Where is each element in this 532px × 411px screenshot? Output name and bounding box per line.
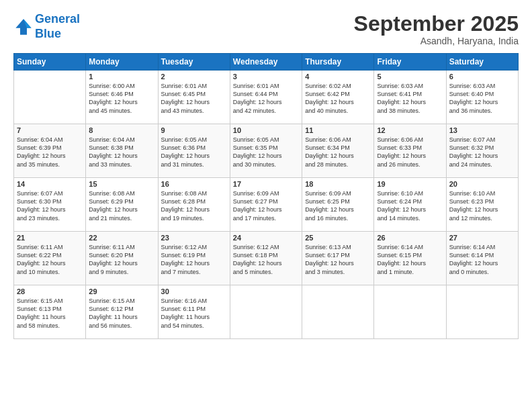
day-cell: 12Sunrise: 6:06 AMSunset: 6:33 PMDayligh… (374, 124, 446, 178)
day-number: 28 (17, 287, 83, 295)
day-info: Sunrise: 6:03 AMSunset: 6:40 PMDaylight:… (449, 82, 515, 115)
day-cell: 13Sunrise: 6:07 AMSunset: 6:32 PMDayligh… (446, 124, 518, 178)
logo-text: General Blue (35, 12, 80, 41)
day-info: Sunrise: 6:08 AMSunset: 6:28 PMDaylight:… (161, 189, 227, 222)
day-info: Sunrise: 6:14 AMSunset: 6:15 PMDaylight:… (377, 243, 443, 276)
day-number: 8 (89, 126, 154, 134)
header: General Blue September 2025 Asandh, Hary… (13, 12, 519, 46)
day-number: 17 (233, 180, 299, 188)
day-number: 25 (305, 234, 371, 242)
day-cell: 7Sunrise: 6:04 AMSunset: 6:39 PMDaylight… (14, 124, 86, 178)
day-cell (14, 71, 86, 124)
day-number: 18 (305, 180, 371, 188)
day-info: Sunrise: 6:07 AMSunset: 6:32 PMDaylight:… (449, 136, 515, 169)
month-title: September 2025 (354, 12, 519, 36)
day-info: Sunrise: 6:06 AMSunset: 6:34 PMDaylight:… (305, 136, 371, 169)
day-cell (446, 285, 518, 339)
day-info: Sunrise: 6:10 AMSunset: 6:24 PMDaylight:… (377, 189, 443, 222)
day-info: Sunrise: 6:09 AMSunset: 6:25 PMDaylight:… (305, 189, 371, 222)
week-row-3: 21Sunrise: 6:11 AMSunset: 6:22 PMDayligh… (14, 232, 519, 285)
day-number: 19 (377, 180, 443, 188)
week-row-2: 14Sunrise: 6:07 AMSunset: 6:30 PMDayligh… (14, 178, 519, 232)
day-number: 6 (449, 73, 515, 81)
day-cell: 23Sunrise: 6:12 AMSunset: 6:19 PMDayligh… (158, 232, 230, 285)
day-cell: 17Sunrise: 6:09 AMSunset: 6:27 PMDayligh… (230, 178, 302, 232)
day-number: 20 (449, 180, 515, 188)
day-info: Sunrise: 6:02 AMSunset: 6:42 PMDaylight:… (305, 82, 371, 115)
day-cell: 11Sunrise: 6:06 AMSunset: 6:34 PMDayligh… (302, 124, 374, 178)
day-info: Sunrise: 6:15 AMSunset: 6:12 PMDaylight:… (89, 297, 154, 330)
day-number: 26 (377, 234, 443, 242)
day-info: Sunrise: 6:12 AMSunset: 6:18 PMDaylight:… (233, 243, 299, 276)
day-number: 15 (89, 180, 154, 188)
day-number: 2 (161, 73, 227, 81)
day-cell: 1Sunrise: 6:00 AMSunset: 6:46 PMDaylight… (86, 71, 158, 124)
day-info: Sunrise: 6:03 AMSunset: 6:41 PMDaylight:… (377, 82, 443, 115)
week-row-0: 1Sunrise: 6:00 AMSunset: 6:46 PMDaylight… (14, 71, 519, 124)
day-info: Sunrise: 6:11 AMSunset: 6:22 PMDaylight:… (17, 243, 83, 276)
day-cell (230, 285, 302, 339)
day-cell: 6Sunrise: 6:03 AMSunset: 6:40 PMDaylight… (446, 71, 518, 124)
day-number: 29 (89, 287, 154, 295)
logo-blue: Blue (35, 27, 61, 40)
day-cell: 27Sunrise: 6:14 AMSunset: 6:14 PMDayligh… (446, 232, 518, 285)
day-cell: 3Sunrise: 6:01 AMSunset: 6:44 PMDaylight… (230, 71, 302, 124)
logo-general: General (35, 12, 80, 26)
day-cell: 8Sunrise: 6:04 AMSunset: 6:38 PMDaylight… (86, 124, 158, 178)
day-number: 10 (233, 126, 299, 134)
day-number: 22 (89, 234, 154, 242)
header-row: Sunday Monday Tuesday Wednesday Thursday… (14, 54, 519, 71)
col-monday: Monday (86, 54, 158, 71)
page: General Blue September 2025 Asandh, Hary… (0, 0, 532, 411)
day-cell: 14Sunrise: 6:07 AMSunset: 6:30 PMDayligh… (14, 178, 86, 232)
day-number: 14 (17, 180, 83, 188)
location: Asandh, Haryana, India (354, 36, 519, 46)
day-number: 12 (377, 126, 443, 134)
day-info: Sunrise: 6:11 AMSunset: 6:20 PMDaylight:… (89, 243, 154, 276)
day-cell: 2Sunrise: 6:01 AMSunset: 6:45 PMDaylight… (158, 71, 230, 124)
col-saturday: Saturday (446, 54, 518, 71)
day-cell (374, 285, 446, 339)
day-info: Sunrise: 6:15 AMSunset: 6:13 PMDaylight:… (17, 297, 83, 330)
day-cell: 30Sunrise: 6:16 AMSunset: 6:11 PMDayligh… (158, 285, 230, 339)
day-info: Sunrise: 6:06 AMSunset: 6:33 PMDaylight:… (377, 136, 443, 169)
col-thursday: Thursday (302, 54, 374, 71)
day-cell: 25Sunrise: 6:13 AMSunset: 6:17 PMDayligh… (302, 232, 374, 285)
day-number: 21 (17, 234, 83, 242)
col-sunday: Sunday (14, 54, 86, 71)
day-cell: 26Sunrise: 6:14 AMSunset: 6:15 PMDayligh… (374, 232, 446, 285)
day-number: 13 (449, 126, 515, 134)
day-info: Sunrise: 6:14 AMSunset: 6:14 PMDaylight:… (449, 243, 515, 276)
day-info: Sunrise: 6:08 AMSunset: 6:29 PMDaylight:… (89, 189, 154, 222)
day-info: Sunrise: 6:09 AMSunset: 6:27 PMDaylight:… (233, 189, 299, 222)
day-cell: 29Sunrise: 6:15 AMSunset: 6:12 PMDayligh… (86, 285, 158, 339)
day-number: 27 (449, 234, 515, 242)
col-friday: Friday (374, 54, 446, 71)
day-info: Sunrise: 6:13 AMSunset: 6:17 PMDaylight:… (305, 243, 371, 276)
day-info: Sunrise: 6:01 AMSunset: 6:45 PMDaylight:… (161, 82, 227, 115)
logo-icon (13, 17, 34, 37)
day-info: Sunrise: 6:00 AMSunset: 6:46 PMDaylight:… (89, 82, 154, 115)
day-number: 7 (17, 126, 83, 134)
day-number: 1 (89, 73, 154, 81)
day-info: Sunrise: 6:10 AMSunset: 6:23 PMDaylight:… (449, 189, 515, 222)
day-number: 11 (305, 126, 371, 134)
day-info: Sunrise: 6:01 AMSunset: 6:44 PMDaylight:… (233, 82, 299, 115)
day-cell: 20Sunrise: 6:10 AMSunset: 6:23 PMDayligh… (446, 178, 518, 232)
day-cell: 16Sunrise: 6:08 AMSunset: 6:28 PMDayligh… (158, 178, 230, 232)
day-info: Sunrise: 6:04 AMSunset: 6:39 PMDaylight:… (17, 136, 83, 169)
week-row-4: 28Sunrise: 6:15 AMSunset: 6:13 PMDayligh… (14, 285, 519, 339)
day-info: Sunrise: 6:07 AMSunset: 6:30 PMDaylight:… (17, 189, 83, 222)
day-info: Sunrise: 6:12 AMSunset: 6:19 PMDaylight:… (161, 243, 227, 276)
col-tuesday: Tuesday (158, 54, 230, 71)
logo: General Blue (13, 12, 80, 41)
day-info: Sunrise: 6:05 AMSunset: 6:35 PMDaylight:… (233, 136, 299, 169)
calendar-table: Sunday Monday Tuesday Wednesday Thursday… (13, 53, 519, 339)
week-row-1: 7Sunrise: 6:04 AMSunset: 6:39 PMDaylight… (14, 124, 519, 178)
col-wednesday: Wednesday (230, 54, 302, 71)
day-number: 16 (161, 180, 227, 188)
day-number: 5 (377, 73, 443, 81)
day-cell: 22Sunrise: 6:11 AMSunset: 6:20 PMDayligh… (86, 232, 158, 285)
day-info: Sunrise: 6:05 AMSunset: 6:36 PMDaylight:… (161, 136, 227, 169)
day-number: 24 (233, 234, 299, 242)
